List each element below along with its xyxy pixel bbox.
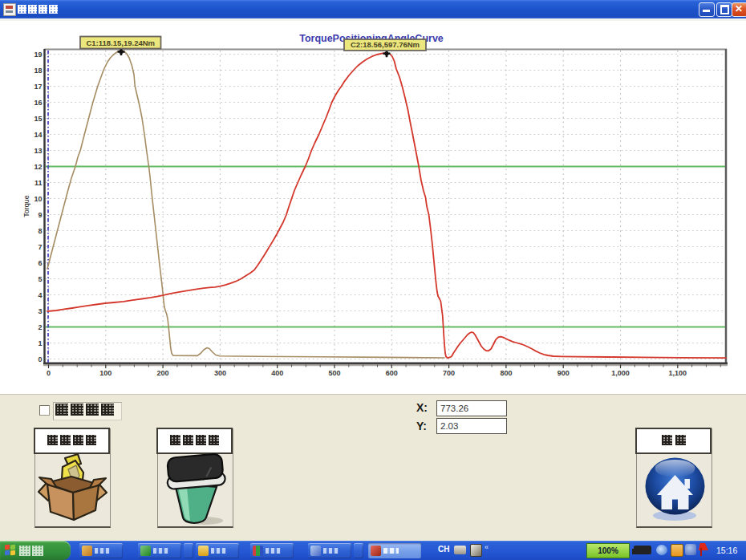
svg-text:9: 9 bbox=[38, 211, 42, 219]
svg-text:300: 300 bbox=[214, 369, 226, 377]
svg-text:400: 400 bbox=[271, 369, 283, 377]
svg-text:13: 13 bbox=[34, 147, 42, 155]
svg-text:C2:18.56,597.76Nm: C2:18.56,597.76Nm bbox=[351, 40, 420, 49]
svg-text:6: 6 bbox=[38, 259, 42, 267]
svg-text:900: 900 bbox=[557, 369, 570, 377]
svg-text:500: 500 bbox=[328, 369, 340, 377]
svg-text:1,100: 1,100 bbox=[669, 369, 687, 377]
svg-text:0: 0 bbox=[47, 369, 51, 377]
svg-text:3: 3 bbox=[38, 307, 42, 315]
svg-text:600: 600 bbox=[386, 369, 398, 377]
svg-text:0: 0 bbox=[38, 355, 42, 363]
svg-text:7: 7 bbox=[38, 243, 42, 251]
svg-text:18: 18 bbox=[34, 67, 42, 75]
svg-text:10: 10 bbox=[34, 195, 42, 203]
svg-text:1,000: 1,000 bbox=[611, 369, 630, 377]
svg-text:16: 16 bbox=[34, 99, 42, 107]
svg-text:100: 100 bbox=[99, 369, 111, 377]
svg-text:15: 15 bbox=[34, 115, 42, 123]
svg-text:2: 2 bbox=[38, 323, 42, 331]
svg-text:200: 200 bbox=[157, 369, 169, 377]
svg-text:19: 19 bbox=[34, 51, 42, 59]
svg-text:1: 1 bbox=[38, 339, 42, 347]
svg-text:4: 4 bbox=[38, 291, 42, 299]
svg-text:700: 700 bbox=[443, 369, 455, 377]
svg-text:800: 800 bbox=[500, 369, 512, 377]
svg-text:12: 12 bbox=[34, 163, 42, 171]
svg-text:5: 5 bbox=[38, 275, 42, 283]
svg-text:17: 17 bbox=[34, 83, 42, 91]
svg-text:11: 11 bbox=[34, 179, 43, 187]
svg-text:14: 14 bbox=[34, 131, 42, 139]
svg-text:Torque: Torque bbox=[22, 195, 30, 217]
svg-text:8: 8 bbox=[38, 227, 42, 235]
svg-text:C1:118.15,19.24Nm: C1:118.15,19.24Nm bbox=[86, 39, 155, 47]
